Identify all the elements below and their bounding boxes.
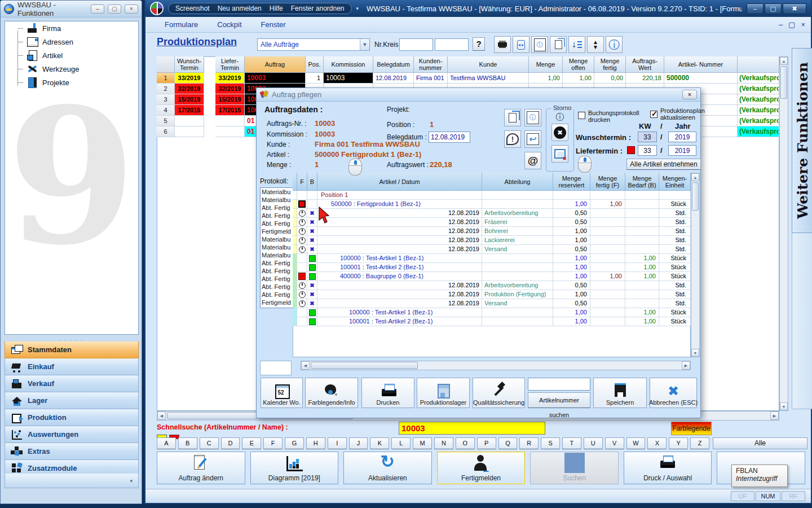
letter-button[interactable]: O (456, 437, 475, 449)
col-wunschtermin[interactable]: Wunsch- Termin (175, 56, 204, 73)
grid-col-menge-bedarf[interactable]: Menge Bedarf (B) (625, 173, 659, 191)
col-belegdatum[interactable]: Belegdatum (373, 56, 414, 73)
letter-button[interactable]: E (242, 437, 261, 449)
scroll-left-icon[interactable]: ◀ (301, 361, 310, 370)
scroll-down-icon[interactable]: ▼ (780, 402, 788, 410)
grid-row[interactable]: 500000 : Fertigprodukt 1 (Bez-1) 1,00 1,… (293, 200, 691, 209)
dialog-button[interactable]: Speichern (593, 378, 647, 408)
scroll-right-icon[interactable]: ▶ (770, 411, 779, 420)
letter-button[interactable]: B (178, 437, 197, 449)
row-number[interactable]: 4 (157, 105, 175, 116)
auftrag-filter-select[interactable]: Alle Aufträge ▼ (257, 38, 370, 51)
grid-hscrollbar[interactable]: ◀ ▶ (301, 361, 691, 370)
grid-row[interactable]: 100001 : Test-Artikel 2 (Bez-1) 1,00 1,0… (293, 263, 691, 272)
letter-button[interactable]: D (221, 437, 240, 449)
quickbar-item[interactable]: Hilfe (270, 5, 283, 12)
nav-item[interactable]: Auswertungen (5, 426, 139, 443)
tree-item[interactable]: Projekte (5, 76, 138, 89)
nav-item[interactable]: Einkauf (5, 358, 139, 375)
nrkreis-from-input[interactable] (399, 38, 433, 51)
grid-row[interactable]: 12.08.2019 Lackiererei 1,00 Std. (293, 236, 691, 245)
storno-package-button[interactable] (551, 145, 568, 163)
grid-col-f[interactable]: F (297, 173, 307, 191)
letter-button[interactable]: W (626, 437, 646, 449)
grid-row[interactable]: 12.08.2019 Produktion (Fertigung) 1,00 S… (293, 290, 691, 299)
dialog-button[interactable]: Farblegende/Info (305, 378, 358, 408)
toolbar-icon[interactable] (568, 36, 585, 53)
letter-button[interactable]: Q (498, 437, 518, 449)
quickbar-item[interactable]: Screenshot (175, 5, 210, 12)
mdi-minimize-icon[interactable]: – (779, 20, 783, 29)
table-vscrollbar[interactable]: ▲ ▼ (779, 56, 788, 411)
artikelnummer-input[interactable] (528, 378, 590, 391)
chevron-down-icon[interactable]: ▼ (360, 39, 369, 50)
buchungsprotokoll-checkbox[interactable] (578, 112, 585, 119)
wunsch-jahr-input[interactable] (668, 132, 696, 142)
row-number[interactable]: 3 (157, 94, 175, 105)
dialog-button[interactable]: Produktionslager (417, 378, 470, 408)
hscroll-thumb[interactable] (311, 362, 418, 369)
letter-button[interactable]: Z (690, 437, 709, 449)
letter-button[interactable]: F (263, 437, 283, 449)
grid-row[interactable]: Position 1 (293, 191, 691, 200)
row-number[interactable]: 6 (157, 126, 175, 137)
scroll-up-icon[interactable]: ▲ (780, 57, 788, 65)
grid-col-abteilung[interactable]: Abteilung (482, 173, 553, 191)
nav-item[interactable]: Produktion (5, 409, 139, 426)
letter-button[interactable]: U (584, 437, 603, 449)
grid-col-artikel-datum[interactable]: Artikel / Datum (317, 173, 482, 191)
letter-button[interactable]: P (477, 437, 496, 449)
grid-row[interactable]: 100001 : Test-Artikel 2 (Bez-1) 1,00 1,0… (293, 317, 691, 326)
minimize-button[interactable]: – (91, 5, 104, 14)
grid-row[interactable]: 12.08.2019 Versand 0,50 Std. (293, 245, 691, 254)
toolbar-icon[interactable] (606, 36, 623, 53)
letter-button[interactable]: R (519, 437, 539, 449)
letter-button[interactable]: N (434, 437, 453, 449)
action-button[interactable]: Fertigmelden (437, 452, 526, 484)
help-button[interactable]: ? (473, 37, 485, 51)
toolbar-icon[interactable] (531, 36, 548, 53)
toolbar-icon[interactable] (550, 36, 567, 53)
menu-item[interactable]: Formulare (165, 20, 198, 29)
mdi-close-icon[interactable]: × (801, 20, 805, 29)
letter-button[interactable]: A (157, 437, 176, 449)
tree-item[interactable]: Artikel (5, 49, 138, 62)
tree-item[interactable]: Firma (5, 21, 138, 35)
grid-row[interactable]: 12.08.2019 Bohrerei 1,00 Std. (293, 227, 691, 236)
nav-item[interactable]: Verkauf (5, 375, 139, 392)
letter-button[interactable]: H (306, 437, 325, 449)
vscroll-thumb[interactable] (692, 182, 699, 211)
col-kundennummer[interactable]: Kunden- nummer (414, 56, 448, 73)
menu-item[interactable]: Cockpit (217, 20, 241, 29)
dialog-button[interactable]: Drucken (361, 378, 414, 408)
minimize-button[interactable]: – (747, 3, 764, 14)
action-button[interactable]: Aktualisieren (343, 452, 432, 484)
action-button[interactable]: Auftrag ändern (157, 452, 245, 484)
artikelnummer-suchen-button[interactable]: Artikelnummer suchen (528, 392, 590, 408)
scroll-down-icon[interactable]: ▼ (691, 349, 699, 357)
alle-artikel-entnehmen-button[interactable]: Alle Artikel entnehmen (626, 159, 701, 170)
scroll-up-icon[interactable]: ▲ (691, 173, 699, 181)
vscroll-thumb[interactable] (780, 66, 787, 99)
col-auftrag[interactable]: Auftrag (245, 56, 306, 73)
wunsch-kw-input[interactable] (638, 132, 657, 142)
new-document-button[interactable] (504, 109, 521, 126)
scroll-right-icon[interactable]: ▶ (682, 361, 690, 370)
grid-col-b[interactable]: B (307, 173, 317, 191)
toolbar-icon[interactable] (513, 36, 529, 53)
col-kommission[interactable]: Kommission (324, 56, 373, 73)
maximize-button[interactable]: ▢ (108, 5, 121, 14)
grid-row[interactable]: 12.08.2019 Fräserei 0,50 Std. (293, 218, 691, 227)
document-info-button[interactable] (524, 109, 541, 126)
grid-col-mengeneinheit[interactable]: Mengen- Einheit (659, 173, 691, 191)
quickbar-item[interactable]: Fenster anordnen (291, 5, 345, 12)
action-button[interactable]: Druck / Auswahl (624, 452, 712, 484)
col-menge-fertig[interactable]: Menge fertig (594, 56, 626, 73)
letter-button[interactable]: C (200, 437, 219, 449)
col-menge-offen[interactable]: Menge offen (563, 56, 594, 73)
liefer-jahr-input[interactable] (668, 145, 696, 156)
letter-button[interactable]: S (541, 437, 560, 449)
letter-button[interactable]: J (349, 437, 368, 449)
liefer-kw-input[interactable] (638, 145, 657, 156)
quickbar-chevron-icon[interactable]: ▾ (356, 6, 359, 11)
